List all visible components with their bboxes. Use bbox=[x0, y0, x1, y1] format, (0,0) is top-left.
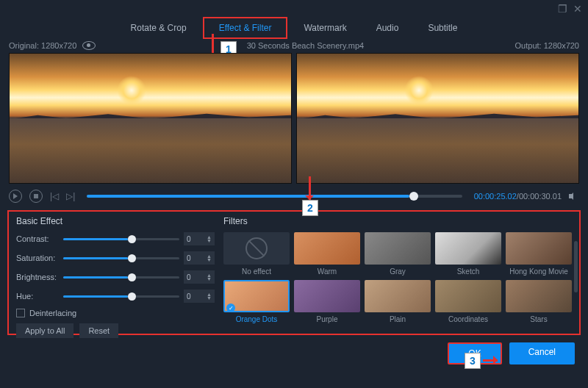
annotation-3: 3 bbox=[465, 353, 481, 369]
prev-frame-button[interactable]: |◁ bbox=[50, 191, 59, 201]
apply-to-all-button[interactable]: Apply to All bbox=[16, 323, 74, 338]
original-resolution: Original: 1280x720 bbox=[9, 41, 76, 50]
saturation-label: Saturation: bbox=[16, 254, 59, 262]
saturation-value[interactable]: 0▲▼ bbox=[184, 251, 215, 265]
filters-section: Filters No effect Warm Gray Sketch Hong … bbox=[223, 216, 572, 328]
filter-warm[interactable]: Warm bbox=[294, 232, 360, 276]
contrast-slider[interactable] bbox=[63, 238, 179, 240]
meta-bar: Original: 1280x720 30 Seconds Beach Scen… bbox=[0, 38, 588, 53]
basic-effect-section: Basic Effect Contrast:0▲▼ Saturation:0▲▼… bbox=[16, 216, 215, 328]
filter-no-effect[interactable]: No effect bbox=[223, 232, 290, 276]
contrast-value[interactable]: 0▲▼ bbox=[184, 232, 215, 245]
check-icon: ✓ bbox=[226, 303, 235, 312]
brightness-label: Brightness: bbox=[16, 273, 59, 281]
tab-bar: Rotate & Crop Effect & Filter Watermark … bbox=[0, 18, 588, 38]
saturation-slider[interactable] bbox=[63, 257, 179, 259]
brightness-value[interactable]: 0▲▼ bbox=[184, 270, 215, 284]
maximize-icon[interactable]: ❐ bbox=[558, 3, 567, 15]
basic-effect-title: Basic Effect bbox=[16, 216, 215, 226]
filter-coordinates[interactable]: Coordinates bbox=[435, 280, 501, 323]
cancel-button[interactable]: Cancel bbox=[509, 342, 575, 364]
preview-output bbox=[296, 53, 579, 184]
timeline-slider[interactable] bbox=[87, 195, 462, 198]
annotation-arrow-2 bbox=[309, 176, 311, 200]
filters-title: Filters bbox=[223, 216, 572, 226]
filename: 30 Seconds Beach Scenery.mp4 bbox=[247, 41, 364, 50]
filter-orange-dots[interactable]: ✓Orange Dots bbox=[223, 280, 290, 323]
hue-value[interactable]: 0▲▼ bbox=[184, 290, 215, 303]
filter-scrollbar[interactable] bbox=[574, 241, 578, 292]
close-icon[interactable]: ✕ bbox=[573, 3, 582, 15]
tab-audio[interactable]: Audio bbox=[362, 18, 414, 37]
preview-area bbox=[0, 53, 588, 184]
volume-icon[interactable] bbox=[569, 191, 579, 201]
reset-button[interactable]: Reset bbox=[79, 323, 118, 338]
tab-effect-filter[interactable]: Effect & Filter bbox=[203, 17, 288, 39]
hue-label: Hue: bbox=[16, 292, 59, 301]
contrast-label: Contrast: bbox=[16, 234, 59, 243]
hue-slider[interactable] bbox=[63, 295, 179, 298]
annotation-2: 2 bbox=[302, 200, 318, 216]
preview-original bbox=[9, 53, 292, 184]
stop-button[interactable] bbox=[29, 190, 43, 203]
deinterlacing-checkbox[interactable]: Deinterlacing bbox=[16, 309, 215, 317]
eye-icon[interactable] bbox=[82, 41, 96, 50]
tab-subtitle[interactable]: Subtitle bbox=[413, 18, 472, 37]
filter-stars[interactable]: Stars bbox=[506, 280, 572, 323]
filter-hong-kong[interactable]: Hong Kong Movie bbox=[506, 232, 572, 276]
annotation-arrow-3 bbox=[483, 359, 498, 362]
filter-purple[interactable]: Purple bbox=[294, 280, 360, 323]
filter-gray[interactable]: Gray bbox=[365, 232, 431, 276]
effect-panel: Basic Effect Contrast:0▲▼ Saturation:0▲▼… bbox=[7, 210, 581, 335]
play-button[interactable] bbox=[9, 190, 22, 203]
brightness-slider[interactable] bbox=[63, 276, 179, 279]
filter-plain[interactable]: Plain bbox=[365, 280, 431, 323]
output-resolution: Output: 1280x720 bbox=[515, 41, 579, 50]
filter-sketch[interactable]: Sketch bbox=[435, 232, 501, 276]
time-display: 00:00:25.02/00:00:30.01 bbox=[474, 192, 562, 201]
tab-rotate-crop[interactable]: Rotate & Crop bbox=[116, 18, 201, 37]
tab-watermark[interactable]: Watermark bbox=[289, 18, 361, 37]
titlebar: ❐ ✕ bbox=[0, 0, 588, 18]
playback-controls: |◁ ▷| 00:00:25.02/00:00:30.01 bbox=[0, 184, 588, 209]
next-frame-button[interactable]: ▷| bbox=[66, 191, 75, 201]
